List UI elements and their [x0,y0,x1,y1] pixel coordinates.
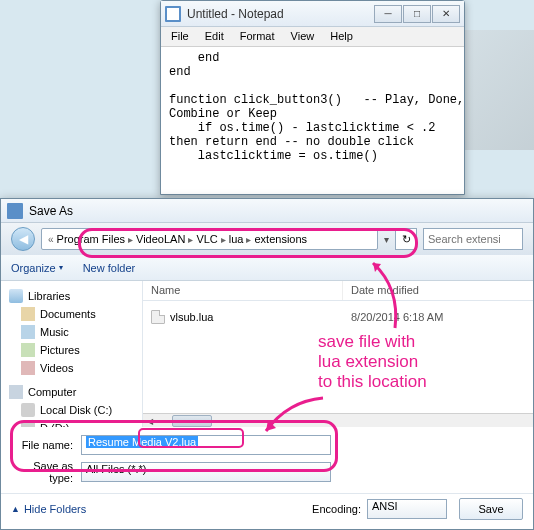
notepad-title: Untitled - Notepad [187,7,374,21]
menu-help[interactable]: Help [322,27,361,46]
file-icon [151,310,165,324]
newfolder-button[interactable]: New folder [83,262,136,274]
navigation-bar: ◀ « Program Files ▸ VideoLAN ▸ VLC ▸ lua… [1,223,533,255]
computer-icon [9,385,23,399]
videos-icon [21,361,35,375]
notepad-window: Untitled - Notepad ─ □ ✕ File Edit Forma… [160,0,465,195]
organize-button[interactable]: Organize ▾ [11,262,63,274]
saveas-title: Save As [29,204,73,218]
minimize-button[interactable]: ─ [374,5,402,23]
notepad-titlebar[interactable]: Untitled - Notepad ─ □ ✕ [161,1,464,27]
menu-format[interactable]: Format [232,27,283,46]
breadcrumb-item[interactable]: lua [229,233,244,245]
tree-d[interactable]: D (D:) [5,419,138,427]
pictures-icon [21,343,35,357]
tree-local-c[interactable]: Local Disk (C:) [5,401,138,419]
nav-tree: Libraries Documents Music Pictures Video… [1,281,143,427]
maximize-button[interactable]: □ [403,5,431,23]
tree-music[interactable]: Music [5,323,138,341]
menu-edit[interactable]: Edit [197,27,232,46]
menu-file[interactable]: File [163,27,197,46]
notepad-menubar: File Edit Format View Help [161,27,464,47]
search-input[interactable] [423,228,523,250]
disk-icon [21,403,35,417]
saveas-footer: ▲ Hide Folders Encoding: ANSI Save [1,493,533,528]
file-date: 8/20/2014 6:18 AM [343,308,533,326]
file-name: vlsub.lua [170,311,213,323]
disk-icon [21,421,35,427]
saveastype-label: Save as type: [11,460,81,484]
saveas-icon [7,203,23,219]
breadcrumb-item[interactable]: extensions [254,233,307,245]
libraries-icon [9,289,23,303]
documents-icon [21,307,35,321]
notepad-textarea[interactable]: end end function click_button3() -- Play… [161,47,464,196]
refresh-button[interactable]: ↻ [395,228,417,250]
breadcrumb-item[interactable]: VLC [196,233,217,245]
notepad-icon [165,6,181,22]
music-icon [21,325,35,339]
breadcrumb[interactable]: « Program Files ▸ VideoLAN ▸ VLC ▸ lua ▸… [41,228,378,250]
saveas-dialog: Save As ◀ « Program Files ▸ VideoLAN ▸ V… [0,198,534,530]
menu-view[interactable]: View [283,27,323,46]
tree-videos[interactable]: Videos [5,359,138,377]
filename-input[interactable]: Resume Media V2.lua [81,435,331,455]
annotation-text: save file with lua extension to this loc… [318,332,427,392]
saveas-toolbar: Organize ▾ New folder [1,255,533,281]
tree-pictures[interactable]: Pictures [5,341,138,359]
list-item[interactable]: vlsub.lua 8/20/2014 6:18 AM [143,305,533,329]
breadcrumb-item[interactable]: VideoLAN [136,233,185,245]
saveastype-select[interactable]: All Files (*.*) [81,462,331,482]
filename-label: File name: [11,439,81,451]
tree-computer[interactable]: Computer [5,383,138,401]
col-name[interactable]: Name [143,281,343,300]
tree-libraries[interactable]: Libraries [5,287,138,305]
breadcrumb-item[interactable]: Program Files [57,233,125,245]
saveas-titlebar[interactable]: Save As [1,199,533,223]
nav-back-button[interactable]: ◀ [11,227,35,251]
horizontal-scrollbar[interactable]: ◀ [143,413,533,427]
save-button[interactable]: Save [459,498,523,520]
list-header: Name Date modified [143,281,533,301]
hide-folders-button[interactable]: ▲ Hide Folders [11,503,86,515]
col-date[interactable]: Date modified [343,281,533,300]
save-fields: File name: Resume Media V2.lua Save as t… [1,427,533,493]
encoding-select[interactable]: ANSI [367,499,447,519]
close-button[interactable]: ✕ [432,5,460,23]
encoding-label: Encoding: [312,503,361,515]
tree-documents[interactable]: Documents [5,305,138,323]
